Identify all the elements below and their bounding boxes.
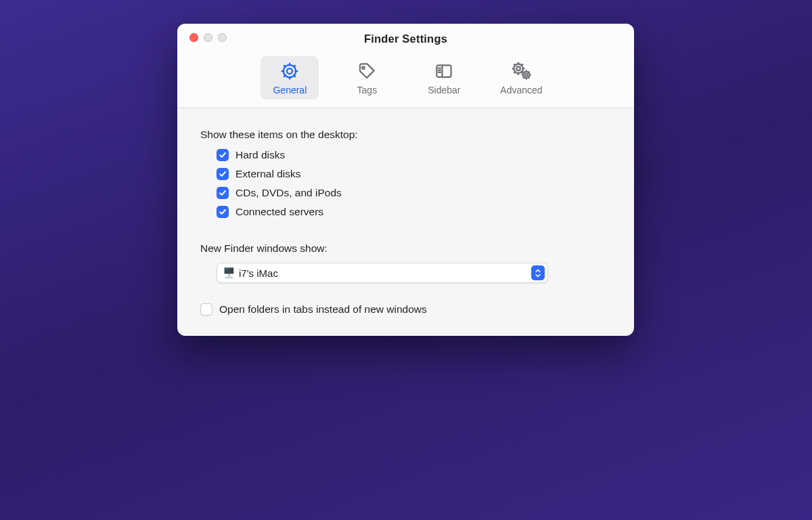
titlebar: Finder Settings General (177, 24, 634, 108)
checkbox-connected-servers[interactable]: Connected servers (217, 206, 611, 218)
checkbox-label: CDs, DVDs, and iPods (235, 187, 342, 199)
tab-general[interactable]: General (261, 56, 319, 100)
imac-icon: 🖥️ (223, 267, 235, 279)
sidebar-icon (433, 60, 455, 82)
svg-point-8 (516, 66, 520, 70)
close-button[interactable] (189, 33, 198, 42)
updown-icon (531, 265, 545, 280)
svg-point-1 (284, 65, 296, 78)
checkbox-label: External disks (235, 168, 300, 180)
checkbox-open-in-tabs[interactable]: Open folders in tabs instead of new wind… (200, 303, 611, 316)
tab-general-label: General (273, 85, 307, 95)
tab-sidebar-label: Sidebar (428, 85, 460, 95)
tab-tags[interactable]: Tags (338, 56, 396, 100)
checkbox-label: Hard disks (235, 149, 285, 161)
checkbox-label: Open folders in tabs instead of new wind… (219, 303, 427, 316)
checkbox-cds-dvds-ipods[interactable]: CDs, DVDs, and iPods (217, 187, 611, 199)
tab-sidebar[interactable]: Sidebar (415, 56, 473, 100)
window-title: Finder Settings (177, 32, 634, 45)
svg-point-2 (363, 66, 365, 69)
svg-point-10 (524, 74, 527, 77)
checkbox-empty-icon (200, 303, 212, 316)
checkbox-label: Connected servers (235, 206, 323, 218)
new-finder-windows-label: New Finder windows show: (200, 242, 611, 255)
svg-rect-3 (437, 65, 451, 77)
tab-advanced-label: Advanced (500, 85, 542, 95)
finder-settings-window: Finder Settings General (177, 24, 634, 336)
svg-point-0 (287, 68, 292, 74)
checkbox-external-disks[interactable]: External disks (217, 168, 611, 180)
gear-icon (279, 60, 300, 82)
general-pane: Show these items on the desktop: Hard di… (177, 108, 634, 336)
new-finder-windows-popup[interactable]: 🖥️ i7's iMac (217, 263, 548, 283)
gears-icon (511, 60, 533, 82)
checkmark-icon (217, 168, 229, 180)
desktop-items-label: Show these items on the desktop: (200, 129, 611, 141)
popup-value: i7's iMac (239, 267, 531, 279)
zoom-button[interactable] (218, 33, 227, 42)
settings-tabbar: General Tags (177, 53, 634, 108)
window-controls (189, 33, 227, 42)
minimize-button[interactable] (204, 33, 212, 42)
checkmark-icon (217, 206, 229, 218)
checkmark-icon (217, 187, 229, 199)
tab-tags-label: Tags (357, 85, 378, 95)
checkmark-icon (217, 149, 229, 161)
tab-advanced[interactable]: Advanced (492, 56, 550, 100)
checkbox-hard-disks[interactable]: Hard disks (217, 149, 611, 161)
tag-icon (356, 60, 378, 82)
